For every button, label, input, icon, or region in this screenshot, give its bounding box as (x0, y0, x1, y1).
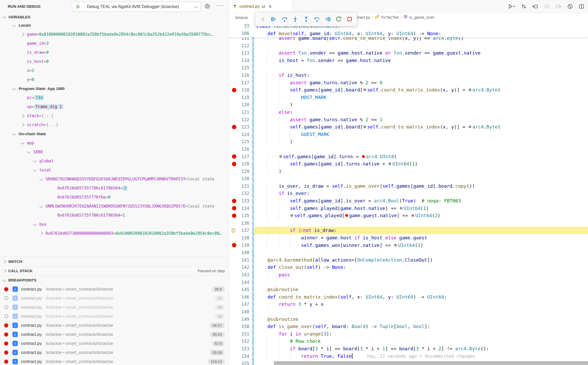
breakpoint-gutter[interactable] (229, 271, 240, 279)
code-text[interactable]: self.games[game_id].board[self.coord_to_… (256, 86, 500, 94)
code-text[interactable]: self.games_played[game.host.native] += U… (256, 205, 429, 212)
variable-row[interactable]: SRH6D7XU2N6WQQ5SSYDQFG5ESO6JWEQIDPGLUGYC… (0, 174, 229, 184)
code-text[interactable]: assert game.turns.native % 2 == 0 (256, 79, 382, 87)
breakpoint-gutter[interactable] (229, 30, 240, 37)
step-over-button[interactable] (280, 14, 289, 24)
code-text[interactable]: if not is_draw: (256, 227, 337, 234)
breakpoint-gutter[interactable] (229, 168, 240, 175)
twistie-icon[interactable] (34, 169, 39, 171)
inline-breakpoint-icon[interactable] (362, 155, 365, 158)
breakpoint-gutter[interactable] (229, 109, 240, 116)
stop-button[interactable] (345, 14, 354, 24)
code-text[interactable]: # Row check (256, 338, 321, 345)
code-line-133[interactable]: 133 self.games[game_id].is_over = arc4.B… (229, 197, 588, 205)
breakpoint-gutter[interactable] (229, 197, 240, 205)
inline-breakpoint-icon[interactable] (411, 214, 414, 217)
variable-row[interactable]: stack = [...] (0, 111, 229, 120)
code-line-121[interactable]: 121 else: (229, 109, 588, 116)
code-line-139[interactable]: 139 self.games_won[winner.native] += UIn… (229, 242, 588, 249)
step-into-button[interactable] (291, 14, 300, 24)
breakpoint-gutter[interactable] (229, 353, 240, 360)
code-line-116[interactable]: 116 if is_host: (229, 72, 588, 79)
variable-row[interactable]: game = 0x010000000102010002a358bf5bada9e… (0, 30, 229, 39)
code-text[interactable]: @arc4.baremethod(allow_actions=[OnComple… (256, 256, 433, 264)
breakpoint-row[interactable]: ✓contract.pytictactoe • smart_contracts/… (0, 294, 229, 303)
twistie-icon[interactable] (13, 87, 19, 90)
twistie-icon[interactable] (21, 33, 27, 36)
breakpoint-gutter[interactable] (229, 79, 240, 87)
code-text[interactable]: is_host = Txn.sender == game.host.native (256, 57, 391, 64)
variable-row[interactable]: Locals (0, 21, 229, 30)
start-debug-button[interactable] (72, 2, 84, 11)
breakpoint-checkbox[interactable]: ✓ (12, 332, 18, 337)
code-text[interactable]: pass (256, 271, 290, 279)
navigate-back-icon[interactable] (532, 4, 538, 9)
inline-breakpoint-icon[interactable] (400, 207, 403, 210)
breakpoint-gutter[interactable] (229, 301, 240, 308)
inline-breakpoint-icon[interactable] (345, 214, 348, 217)
code-line-138[interactable]: 138 winner = game.host if is_host else g… (229, 234, 588, 242)
code-line-106[interactable]: 106 def move(self, game_id: UInt64, x: U… (229, 30, 588, 37)
code-line-153[interactable]: 153 if board[3 * i] == board[3 * i + 1] … (229, 345, 588, 353)
code-line-150[interactable]: 150 def is_game_over(self, board: Board)… (229, 323, 588, 330)
breakpoint-gutter[interactable] (229, 190, 240, 197)
variable-row[interactable]: local (0, 165, 229, 174)
code-text[interactable]: return True, FalseYou, 17 seconds ago • … (256, 353, 475, 360)
inline-breakpoint-icon[interactable] (363, 88, 366, 91)
code-line-140[interactable]: 140 (229, 249, 588, 256)
breakpoint-checkbox[interactable]: ✓ (12, 350, 18, 355)
breakpoint-gutter[interactable] (229, 212, 240, 219)
code-line-135[interactable]: 135 self.games_played[game.guest.native]… (229, 212, 588, 219)
code-line-124[interactable]: 124 GUEST_MARK (229, 131, 588, 138)
gear-icon[interactable] (204, 3, 210, 10)
code-area[interactable]: 111 assert game.board[self.coord_to_matr… (229, 22, 588, 365)
inline-breakpoint-icon[interactable] (469, 125, 471, 128)
code-line-114[interactable]: 114 is_host = Txn.sender == game.host.na… (229, 57, 588, 64)
breakpoint-gutter[interactable] (229, 57, 240, 64)
code-text[interactable]: @subroutine (256, 286, 298, 293)
code-line-128[interactable]: 128 self.games[game_id].turns.native + U… (229, 160, 588, 168)
breakpoint-gutter[interactable] (229, 146, 240, 153)
breakpoint-gutter[interactable] (229, 160, 240, 168)
breadcrumb-item[interactable]: is_game_over (403, 14, 434, 20)
breakpoint-gutter[interactable] (229, 123, 240, 131)
twistie-icon[interactable] (21, 142, 27, 144)
code-text[interactable]: assert game.turns.native % 2 == 1 (256, 116, 382, 124)
code-line-149[interactable]: 149 @subroutine (229, 316, 588, 323)
code-line-118[interactable]: 118 self.games[game_id].board[self.coord… (229, 86, 588, 94)
breakpoint-row[interactable]: ✓contract.pytictactoe • smart_contracts/… (0, 357, 229, 365)
run-dropdown-icon[interactable] (508, 4, 516, 9)
close-icon[interactable]: × (269, 4, 272, 10)
variable-row[interactable]: Program State: App 1880 (0, 84, 229, 93)
variable-row[interactable]: app (0, 138, 229, 147)
code-line-132[interactable]: 132 if is_over: (229, 190, 588, 197)
code-text[interactable]: self.games_won[winner.native] += UInt64(… (256, 242, 423, 249)
breakpoint-gutter[interactable] (229, 42, 240, 50)
inline-breakpoint-icon[interactable] (363, 125, 366, 128)
inline-breakpoint-icon[interactable] (290, 214, 293, 217)
breakpoints-section-header[interactable]: BREAKPOINTS (0, 275, 229, 285)
code-line-113[interactable]: 113 assert Txn.sender == game.host.nativ… (229, 49, 588, 57)
continue-button[interactable] (269, 14, 278, 24)
breakpoint-gutter[interactable] (229, 116, 240, 124)
code-line-151[interactable]: 151 for i in urange(3): (229, 330, 588, 338)
variable-row[interactable]: is_host = 0 (0, 57, 229, 66)
code-text[interactable]: self.games[game_id].board[self.coord_to_… (256, 123, 500, 131)
code-line-154[interactable]: 154 return True, FalseYou, 17 seconds ag… (229, 353, 588, 360)
breakpoint-gutter[interactable] (229, 279, 240, 286)
variable-row[interactable]: x = 2 (0, 66, 229, 75)
breakpoint-gutter[interactable] (229, 330, 240, 338)
code-line-146[interactable]: 146 def coord_to_matrix_index(self, x: U… (229, 293, 588, 301)
breakpoint-gutter[interactable] (229, 22, 240, 30)
code-line-130[interactable]: 130 (229, 175, 588, 182)
code-line-127[interactable]: 127 self.games[game_id].turns = arc4.UIn… (229, 153, 588, 161)
code-text[interactable]: is_over, is_draw = self.is_game_over(sel… (256, 182, 475, 190)
breakpoint-gutter[interactable] (229, 293, 240, 301)
twistie-icon[interactable] (13, 24, 19, 27)
code-line-129[interactable]: 129 ) (229, 168, 588, 175)
twistie-icon[interactable] (40, 178, 46, 180)
breakpoint-gutter[interactable] (229, 86, 240, 94)
debug-config-dropdown[interactable]: Debug TEAL via AlgoKit AVM Debugger (tic… (72, 2, 201, 12)
code-line-126[interactable]: 126 (229, 146, 588, 153)
breakpoint-row[interactable]: ✓contract.pytictactoe • smart_contracts/… (0, 321, 229, 330)
